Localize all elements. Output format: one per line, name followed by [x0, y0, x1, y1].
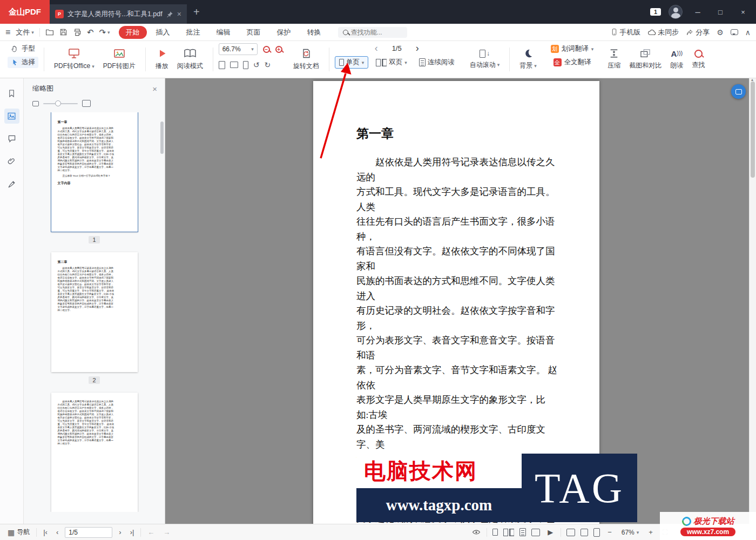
hamburger-menu-icon[interactable]: ≡ — [5, 28, 10, 37]
floating-assistant-button[interactable] — [731, 84, 746, 99]
thumbnails-panel-icon[interactable] — [4, 109, 19, 124]
tab-insert[interactable]: 插入 — [149, 26, 177, 39]
minimize-button[interactable]: ─ — [690, 8, 705, 16]
thumbnail-page-1[interactable]: 第一章 赵依依是人类用符号记录表达信息以传之久远的 方式和工具。现代文字大多是记… — [51, 112, 138, 232]
compress-button[interactable]: 压缩 — [603, 47, 625, 72]
single-page-view-icon[interactable] — [492, 529, 498, 536]
read-mode-button[interactable]: 阅读模式 — [173, 46, 207, 72]
pin-icon[interactable] — [166, 11, 173, 18]
tab-start[interactable]: 开始 — [119, 26, 147, 39]
signature-panel-icon[interactable] — [4, 177, 19, 192]
double-page-view-icon[interactable] — [503, 529, 508, 536]
screenshot-compare-button[interactable]: 截图和对比 — [625, 47, 666, 72]
history-back-icon[interactable]: ← — [145, 528, 157, 536]
redo-button[interactable]: ↷ ▾ — [99, 28, 110, 37]
fit-width-icon[interactable] — [219, 61, 225, 69]
next-page-icon[interactable]: › — [117, 528, 123, 536]
undo-button[interactable]: ↶ — [87, 28, 94, 37]
rotate-right-icon[interactable]: ↻ — [264, 60, 271, 69]
zoom-out-icon[interactable]: − — [263, 46, 270, 53]
play-button[interactable]: 播放 — [151, 46, 173, 72]
auto-scroll-button[interactable]: ↓ 自动滚动▾ — [465, 48, 504, 71]
tab-page[interactable]: 页面 — [240, 26, 268, 39]
close-button[interactable]: × — [735, 8, 751, 16]
print-button[interactable] — [73, 28, 82, 37]
panel-scrollbar-thumb[interactable] — [160, 122, 164, 154]
large-thumbnail-icon[interactable] — [82, 100, 91, 107]
select-tool-button[interactable]: 选择 — [8, 57, 38, 68]
fit-page-icon[interactable] — [230, 62, 238, 68]
rotate-left-icon[interactable]: ↺ — [253, 60, 260, 69]
zoom-in-button[interactable]: + — [646, 528, 655, 536]
page-number-input[interactable] — [65, 527, 112, 538]
slideshow-play-icon[interactable]: ▶ — [545, 528, 555, 536]
continuous-read-toggle[interactable]: 连续阅读 — [415, 56, 459, 69]
read-aloud-button[interactable]: A))) 朗读 — [666, 48, 687, 72]
slider-track[interactable] — [43, 103, 78, 104]
history-forward-icon[interactable]: → — [161, 528, 172, 536]
vertical-scrollbar[interactable]: ▴ — [749, 78, 756, 524]
full-translate-button[interactable]: 全 全文翻译 — [550, 57, 595, 68]
next-page-icon[interactable]: › — [416, 43, 419, 53]
navigation-button[interactable]: ▦ 导航 — [5, 526, 32, 538]
previous-page-icon[interactable]: ‹ — [375, 43, 378, 53]
pdf-to-office-button[interactable]: PDF转Office▾ — [50, 46, 99, 72]
mobile-version-button[interactable]: 手机版 — [611, 28, 640, 37]
tab-close-icon[interactable]: × — [177, 10, 181, 18]
find-button[interactable]: 查找 — [687, 48, 709, 71]
tab-edit[interactable]: 编辑 — [210, 26, 238, 39]
tab-convert[interactable]: 转换 — [300, 26, 328, 39]
page-indicator[interactable]: 1/5 — [392, 44, 402, 52]
last-page-icon[interactable]: ›| — [128, 528, 137, 536]
zoom-out-button[interactable]: − — [605, 528, 614, 536]
file-menu[interactable]: 文件 ▾ — [16, 28, 34, 37]
hand-tool-button[interactable]: 手型 — [8, 43, 38, 55]
search-input[interactable] — [351, 29, 402, 36]
document-viewer[interactable]: 第一章 赵依依是人类用符号记录表达信息以传之久远的 方式和工具。现代文字大多是记… — [165, 78, 756, 524]
new-tab-button[interactable]: + — [193, 6, 200, 18]
app-logo[interactable]: 金山PDF — [0, 0, 50, 24]
thumbnail-page-3[interactable]: 赵依依是人类用符号记录表达信息以传之久远的 方式和工具。现代文字大多是记录语言的… — [51, 393, 138, 512]
background-button[interactable]: 背景▾ — [515, 47, 541, 72]
comments-panel-icon[interactable] — [4, 131, 19, 146]
prev-page-icon[interactable]: ‹ — [54, 528, 60, 536]
settings-gear-icon[interactable]: ⚙ — [717, 28, 724, 37]
continuous-view-icon[interactable] — [519, 528, 526, 536]
actual-size-icon[interactable] — [566, 529, 575, 536]
actual-size-icon[interactable] — [243, 61, 248, 69]
watermark-tag-text: TAG — [522, 454, 637, 522]
maximize-button[interactable]: □ — [713, 8, 728, 16]
feature-search[interactable] — [338, 27, 407, 38]
download-count-badge[interactable]: 1 — [650, 8, 661, 16]
zoom-select[interactable]: 66.7% ▾ — [219, 43, 258, 55]
bookmarks-panel-icon[interactable] — [4, 86, 19, 101]
first-page-icon[interactable]: |‹ — [41, 528, 50, 536]
document-tab[interactable]: P 文字是人类用符号...和工具1.pdf × — [50, 4, 187, 24]
rotate-document-button[interactable]: 旋转文档 — [289, 46, 323, 72]
fit-page-icon[interactable] — [593, 528, 600, 537]
eye-icon[interactable] — [471, 529, 481, 536]
slider-knob[interactable] — [55, 100, 61, 106]
single-page-toggle[interactable]: 单页 ▾ — [335, 56, 369, 69]
zoom-in-icon[interactable]: + — [275, 46, 282, 53]
zoom-level[interactable]: 67% ▾ — [619, 528, 642, 537]
feedback-comment-icon[interactable] — [731, 29, 738, 35]
panel-close-icon[interactable]: × — [152, 84, 157, 93]
open-file-button[interactable] — [45, 28, 54, 37]
thumbnail-page-2[interactable]: 第二章 赵依依是人类用符号记录表达信息以传之久远的 方式和工具。现代文字大多是记… — [51, 252, 138, 372]
small-thumbnail-icon[interactable] — [32, 101, 39, 106]
collapse-ribbon-icon[interactable]: ∧ — [745, 28, 751, 37]
fit-width-icon[interactable] — [580, 529, 588, 536]
tab-protect[interactable]: 保护 — [270, 26, 298, 39]
sync-status-button[interactable]: 未同步 — [647, 28, 679, 37]
book-view-icon[interactable] — [531, 529, 540, 536]
pdf-to-image-button[interactable]: PDF转图片 — [99, 46, 140, 72]
tab-annotate[interactable]: 批注 — [179, 26, 207, 39]
attachments-panel-icon[interactable] — [4, 154, 19, 169]
share-button[interactable]: 分享 — [686, 28, 710, 37]
double-page-toggle[interactable]: 双页 ▾ — [372, 56, 411, 69]
word-translate-button[interactable]: 划 划词翻译 ▾ — [548, 43, 597, 55]
user-avatar[interactable] — [669, 5, 683, 19]
save-button[interactable] — [59, 28, 68, 36]
scrollbar-thumb[interactable] — [751, 82, 755, 178]
